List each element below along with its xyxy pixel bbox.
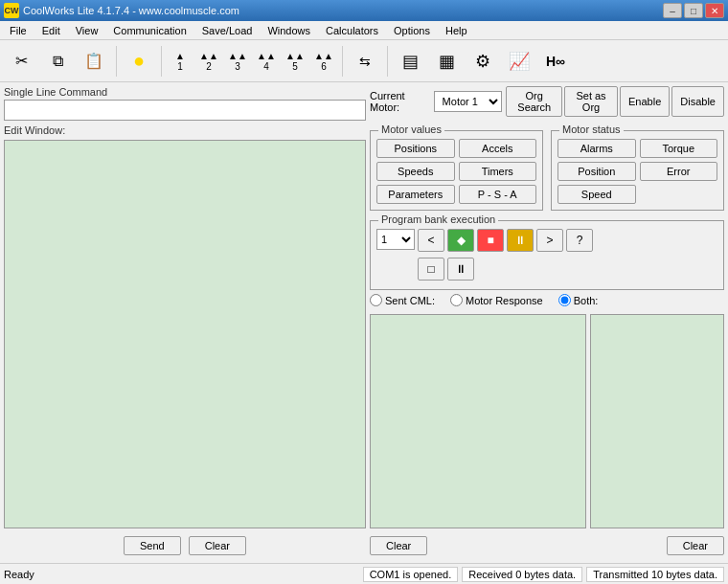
prog-stop-button[interactable]: ■ <box>477 229 504 252</box>
current-motor-row: Current Motor: Motor 1 Motor 2 Motor 3 O… <box>370 86 724 117</box>
menu-edit[interactable]: Edit <box>34 23 68 38</box>
clear-edit-button[interactable]: Clear <box>189 536 246 555</box>
speeds-button[interactable]: Speeds <box>376 162 455 181</box>
edit-window-border[interactable] <box>4 140 366 528</box>
motor-select[interactable]: Motor 1 Motor 2 Motor 3 <box>434 91 503 112</box>
chart-button[interactable]: 📈 <box>502 44 536 79</box>
close-button[interactable]: ✕ <box>705 3 724 18</box>
prog-pause2-button[interactable]: ⏸ <box>447 258 474 281</box>
edit-window-section: Edit Window: <box>4 124 366 528</box>
edit-textarea[interactable] <box>5 141 365 528</box>
help-toolbar-button[interactable]: H∞ <box>538 44 573 79</box>
single-line-section: Single Line Command <box>4 86 366 121</box>
paste-button[interactable]: 📋 <box>77 44 111 79</box>
window-title: CoolWorks Lite 4.1.7.4 - www.coolmuscle.… <box>23 5 663 16</box>
copy-button[interactable]: ⧉ <box>40 44 75 79</box>
motor-status-group: Motor status Alarms Torque Position Erro… <box>551 130 724 211</box>
menu-windows[interactable]: Windows <box>260 23 318 38</box>
toolbar-sep-1 <box>116 46 117 77</box>
right-bottom-buttons: Clear Clear <box>370 532 724 559</box>
motor-response-panel[interactable] <box>590 314 724 528</box>
radio-sent-cml[interactable]: Sent CML: <box>370 294 435 306</box>
single-line-input[interactable] <box>4 100 366 121</box>
menu-view[interactable]: View <box>68 23 106 38</box>
tb-n4[interactable]: ▲▲4 <box>253 47 280 76</box>
clear-left-comm-button[interactable]: Clear <box>370 536 427 555</box>
tb-up1[interactable]: ▲1 <box>167 47 193 76</box>
transfer-button[interactable]: ⇆ <box>348 44 382 79</box>
tb-n3[interactable]: ▲▲3 <box>224 47 251 76</box>
error-button[interactable]: Error <box>640 162 718 181</box>
single-line-label: Single Line Command <box>4 86 366 98</box>
radio-row: Sent CML: Motor Response Both: <box>370 294 724 306</box>
motor-values-title: Motor values <box>378 124 444 135</box>
set-as-org-button[interactable]: Set as Org <box>564 86 618 117</box>
right-panel: Current Motor: Motor 1 Motor 2 Motor 3 O… <box>370 86 724 559</box>
tb-n6[interactable]: ▲▲6 <box>310 47 337 76</box>
org-search-button[interactable]: Org Search <box>506 86 562 117</box>
prog-pause-button[interactable]: ⏸ <box>507 229 534 252</box>
menu-file[interactable]: File <box>2 23 34 38</box>
motor-values-group: Motor values Positions Accels Speeds Tim… <box>370 130 543 211</box>
prog-query-button[interactable]: ? <box>566 229 593 252</box>
accels-button[interactable]: Accels <box>459 139 537 158</box>
disable-button[interactable]: Disable <box>671 86 724 117</box>
speed-button[interactable]: Speed <box>557 185 636 204</box>
motor-status-grid: Alarms Torque Position Error Speed <box>557 139 717 204</box>
prog-btn-row1: 1234 < ◆ ■ ⏸ > ? <box>376 229 717 252</box>
timers-button[interactable]: Timers <box>459 162 537 181</box>
status-ready: Ready <box>4 569 359 580</box>
status-transmitted: Transmitted 10 bytes data. <box>586 567 724 582</box>
motor-status-title: Motor status <box>559 124 624 135</box>
settings-button[interactable]: ⚙ <box>466 44 500 79</box>
prog-run-button[interactable]: ◆ <box>447 229 474 252</box>
list1-button[interactable]: ▤ <box>393 44 427 79</box>
radio-motor-response[interactable]: Motor Response <box>450 294 543 306</box>
list2-button[interactable]: ▦ <box>429 44 464 79</box>
title-bar: CW CoolWorks Lite 4.1.7.4 - www.coolmusc… <box>0 0 728 21</box>
prog-bank-select[interactable]: 1234 <box>376 229 415 250</box>
send-button[interactable]: Send <box>124 536 181 555</box>
motor-groups-row: Motor values Positions Accels Speeds Tim… <box>370 124 724 211</box>
cut-button[interactable]: ✂ <box>4 44 38 79</box>
prog-btn-row2: □ ⏸ <box>418 258 717 281</box>
menu-communication[interactable]: Communication <box>105 23 193 38</box>
status-bar: Ready COM1 is opened. Received 0 bytes d… <box>0 563 728 584</box>
parameters-button[interactable]: Parameters <box>376 185 455 204</box>
position-button[interactable]: Position <box>557 162 636 181</box>
maximize-button[interactable]: □ <box>684 3 703 18</box>
alarms-button[interactable]: Alarms <box>557 139 636 158</box>
prog-back-button[interactable]: < <box>418 229 444 252</box>
clear-right-comm-button[interactable]: Clear <box>667 536 724 555</box>
left-bottom-buttons: Send Clear <box>4 532 366 559</box>
main-content: Single Line Command Edit Window: Send Cl… <box>0 82 728 563</box>
torque-button[interactable]: Torque <box>640 139 718 158</box>
toolbar-sep-2 <box>161 46 162 77</box>
minimize-button[interactable]: – <box>663 3 682 18</box>
sent-cml-panel[interactable] <box>370 314 586 528</box>
status-com: COM1 is opened. <box>363 567 459 582</box>
motor-control-buttons: Org Search Set as Org Enable Disable <box>506 86 724 117</box>
current-motor-label: Current Motor: <box>370 90 430 113</box>
app-icon: CW <box>4 3 19 18</box>
toolbar: ✂ ⧉ 📋 ● ▲1 ▲▲2 ▲▲3 ▲▲4 ▲▲5 ▲▲6 ⇆ ▤ ▦ ⚙ 📈… <box>0 40 728 82</box>
radio-both[interactable]: Both: <box>558 294 599 306</box>
toolbar-sep-4 <box>387 46 388 77</box>
menu-calculators[interactable]: Calculators <box>318 23 386 38</box>
status-received: Received 0 bytes data. <box>462 567 582 582</box>
enable-button[interactable]: Enable <box>620 86 670 117</box>
prog-square-button[interactable]: □ <box>418 258 444 281</box>
prog-forward-button[interactable]: > <box>536 229 563 252</box>
toolbar-sep-3 <box>342 46 343 77</box>
tb-n5[interactable]: ▲▲5 <box>282 47 308 76</box>
positions-button[interactable]: Positions <box>376 139 455 158</box>
comm-panels <box>370 314 724 528</box>
left-panel: Single Line Command Edit Window: Send Cl… <box>4 86 366 559</box>
menu-options[interactable]: Options <box>386 23 438 38</box>
connect-button[interactable]: ● <box>122 44 156 79</box>
menu-help[interactable]: Help <box>438 23 475 38</box>
prog-bank-group: Program bank execution 1234 < ◆ ■ ⏸ > ? … <box>370 220 724 290</box>
tb-up2[interactable]: ▲▲2 <box>195 47 222 76</box>
menu-saveload[interactable]: Save/Load <box>194 23 261 38</box>
psa-button[interactable]: P - S - A <box>459 185 537 204</box>
